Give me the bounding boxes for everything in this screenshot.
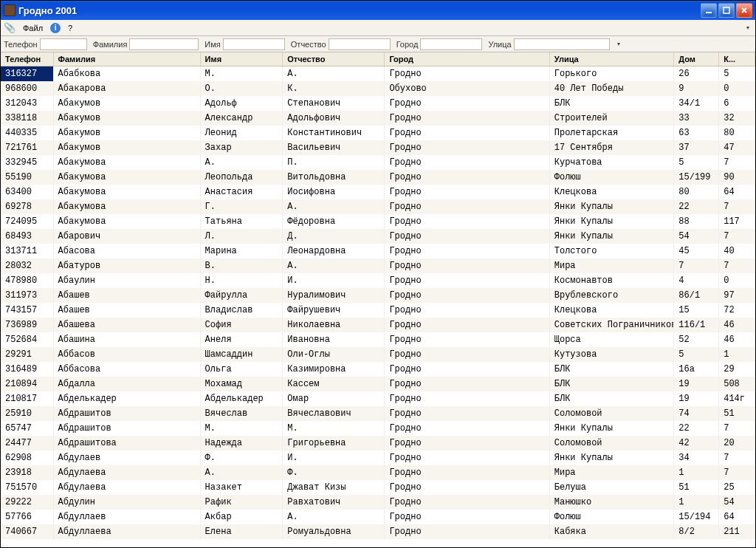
filter-firstname-input[interactable]	[223, 38, 285, 50]
data-grid[interactable]: Телефон Фамилия Имя Отчество Город Улица…	[1, 52, 755, 539]
cell-lastname: Абдрашитов	[53, 421, 200, 436]
header-house[interactable]: Дом	[674, 52, 719, 66]
table-row[interactable]: 28032АбатуровВ.А.ГродноМира77	[1, 258, 755, 273]
cell-firstname: София	[200, 318, 283, 332]
cell-lastname: Абаулин	[53, 273, 200, 288]
close-button[interactable]	[736, 3, 752, 18]
table-row[interactable]: 724095АбакумоваТатьянаФёдоровнаГродноЯнк…	[1, 214, 755, 229]
table-row[interactable]: 69278АбакумоваГ.А.ГродноЯнки Купалы227	[1, 199, 755, 214]
filter-patronymic-input[interactable]	[329, 38, 391, 50]
table-row[interactable]: 29291АббасовШамсаддинОли-ОглыГродноКутуз…	[1, 347, 755, 362]
table-row[interactable]: 55190АбакумоваЛеопольдаВитольдовнаГродно…	[1, 170, 755, 185]
cell-city: Гродно	[385, 199, 549, 214]
cell-firstname: О.	[200, 81, 283, 96]
table-row[interactable]: 63400АбакумоваАнастасияИосифовнаГродноКл…	[1, 185, 755, 199]
header-phone[interactable]: Телефон	[1, 52, 53, 66]
maximize-button[interactable]	[718, 3, 735, 18]
cell-firstname: Надежда	[200, 436, 283, 451]
menu-help[interactable]: ?	[63, 22, 77, 34]
attachment-icon[interactable]: 📎	[4, 22, 16, 33]
cell-street: Клецкова	[549, 185, 674, 199]
table-row[interactable]: 210894АбдаллаМохамадКассемГродноБЛК19508	[1, 377, 755, 391]
cell-house: 15/199	[674, 170, 719, 185]
filter-street-input[interactable]	[514, 38, 610, 50]
table-row[interactable]: 68493АбаровичЛ.Д.ГродноЯнки Купалы547	[1, 229, 755, 244]
cell-phone: 62908	[1, 451, 53, 465]
table-row[interactable]: 721761АбакумовЗахарВасильевичГродно17 Се…	[1, 140, 755, 155]
table-row[interactable]: 316327АбабковаМ.А.ГродноГорького265	[1, 66, 755, 82]
cell-firstname: Абделькадер	[200, 391, 283, 406]
cell-firstname: А.	[200, 155, 283, 170]
header-street[interactable]: Улица	[549, 52, 674, 66]
cell-apt: 46	[719, 318, 755, 332]
menu-file[interactable]: Файл	[18, 22, 47, 34]
table-row[interactable]: 312043АбакумовАдольфСтепановичГродноБЛК3…	[1, 96, 755, 111]
header-patronymic[interactable]: Отчество	[283, 52, 385, 66]
cell-house: 19	[674, 391, 719, 406]
cell-lastname: Абдуллаев	[53, 510, 200, 524]
cell-street: Горького	[549, 66, 674, 82]
table-row[interactable]: 25910АбдрашитовВячеславВячеславовичГродн…	[1, 406, 755, 421]
table-row[interactable]: 740667АбдуллаеваЕленаРомуальдовнаГродноК…	[1, 524, 755, 539]
cell-street: Фолюш	[549, 510, 674, 524]
cell-apt: 7	[719, 199, 755, 214]
table-row[interactable]: 313711АбасоваМаринаЛеонардовнаГродноТолс…	[1, 244, 755, 258]
cell-phone: 25910	[1, 406, 53, 421]
table-row[interactable]: 338118АбакумовАлександрАдольфовичГродноС…	[1, 111, 755, 126]
cell-street: Пролетарская	[549, 126, 674, 140]
cell-apt: 80	[719, 126, 755, 140]
cell-house: 52	[674, 332, 719, 347]
filter-overflow-icon[interactable]: ▾	[614, 41, 623, 47]
table-row[interactable]: 65747АбдрашитовМ.М.ГродноЯнки Купалы227	[1, 421, 755, 436]
cell-apt: 7	[719, 451, 755, 465]
table-row[interactable]: 316489АббасоваОльгаКазимировнаГродноБЛК1…	[1, 362, 755, 377]
filter-city-input[interactable]	[420, 38, 482, 50]
table-row[interactable]: 736989АбашеваСофияНиколаевнаГродноСоветс…	[1, 318, 755, 332]
table-row[interactable]: 440335АбакумовЛеонидКонстантиновичГродно…	[1, 126, 755, 140]
menu-bar: 📎 Файл i ? ▾	[1, 20, 755, 36]
minimize-button[interactable]	[701, 3, 717, 18]
table-row[interactable]: 62908АбдулаевФ.И.ГродноЯнки Купалы347	[1, 451, 755, 465]
table-row[interactable]: 751570АбдулаеваНазакетДжават КизыГродноБ…	[1, 480, 755, 495]
cell-phone: 23918	[1, 465, 53, 480]
cell-lastname: Абасова	[53, 244, 200, 258]
cell-city: Гродно	[385, 155, 549, 170]
filter-phone-input[interactable]	[40, 38, 87, 50]
table-row[interactable]: 743157АбашевВладиславФайрушевичГродноКле…	[1, 303, 755, 318]
toolbar-overflow-icon[interactable]: ▾	[743, 24, 752, 31]
cell-patronymic: Васильевич	[283, 140, 385, 155]
cell-lastname: Абдрашитов	[53, 406, 200, 421]
table-row[interactable]: 478980АбаулинН.И.ГродноКосмонавтов40	[1, 273, 755, 288]
header-lastname[interactable]: Фамилия	[53, 52, 200, 66]
table-row[interactable]: 332945АбакумоваА.П.ГродноКурчатова57	[1, 155, 755, 170]
filter-lastname-input[interactable]	[129, 38, 199, 50]
cell-lastname: Абдрашитова	[53, 436, 200, 451]
cell-apt: 0	[719, 273, 755, 288]
cell-apt: 29	[719, 362, 755, 377]
cell-phone: 968600	[1, 81, 53, 96]
table-row[interactable]: 752684АбашинаАнеляИвановнаГродноЩорса524…	[1, 332, 755, 347]
cell-street: 17 Сентября	[549, 140, 674, 155]
table-row[interactable]: 24477АбдрашитоваНадеждаГригорьевнаГродно…	[1, 436, 755, 451]
cell-phone: 28032	[1, 258, 53, 273]
table-row[interactable]: 23918АбдулаеваА.Ф.ГродноМира17	[1, 465, 755, 480]
filter-city-label: Город	[395, 40, 421, 49]
header-apt[interactable]: К...	[719, 52, 755, 66]
table-row[interactable]: 311973АбашевФайруллаНуралимовичГродноВру…	[1, 288, 755, 303]
filter-phone-label: Телефон	[2, 40, 40, 49]
info-icon[interactable]: i	[50, 23, 61, 33]
table-row[interactable]: 57766АбдуллаевАкбарА.ГродноФолюш15/19464	[1, 510, 755, 524]
header-firstname[interactable]: Имя	[200, 52, 283, 66]
cell-lastname: Абдулаева	[53, 480, 200, 495]
header-city[interactable]: Город	[385, 52, 549, 66]
menu-help-label: ?	[68, 24, 72, 32]
cell-firstname: Акбар	[200, 510, 283, 524]
cell-patronymic: Джават Кизы	[283, 480, 385, 495]
table-row[interactable]: 210817АбделькадерАбделькадерОмарГродноБЛ…	[1, 391, 755, 406]
cell-lastname: Абделькадер	[53, 391, 200, 406]
cell-city: Гродно	[385, 318, 549, 332]
cell-lastname: Абакумова	[53, 214, 200, 229]
table-row[interactable]: 968600АбакароваО.К.Обухово40 Лет Победы9…	[1, 81, 755, 96]
cell-phone: 752684	[1, 332, 53, 347]
table-row[interactable]: 29222АбдулинРафикРавхатовичГродноМанюшко…	[1, 495, 755, 510]
